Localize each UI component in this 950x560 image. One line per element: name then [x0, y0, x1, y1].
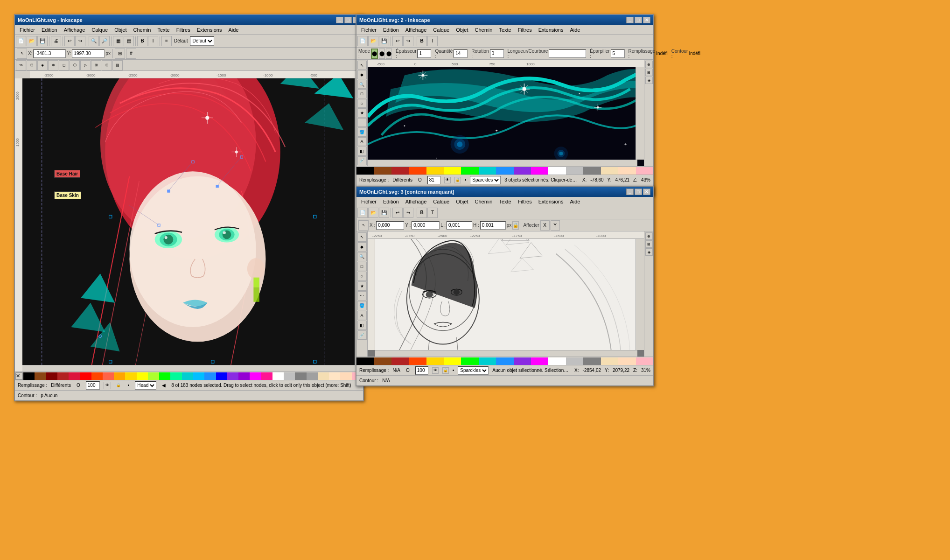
tr-color-orange[interactable]	[409, 167, 426, 175]
br-visibility-icon[interactable]: 👁	[432, 367, 439, 374]
br-menu-filtres[interactable]: Filtres	[515, 198, 535, 205]
snap-tb-btn9[interactable]: ⊟	[102, 60, 112, 70]
tr-color-blue[interactable]	[496, 167, 513, 175]
br-color-black[interactable]	[356, 357, 374, 365]
color-deepskyblue[interactable]	[193, 372, 204, 380]
tr-open[interactable]: 📂	[368, 36, 378, 46]
tr-color-yellow[interactable]	[444, 167, 461, 175]
br-color-gold[interactable]	[426, 357, 444, 365]
snap-tb-btn1[interactable]: %	[16, 60, 26, 70]
tr-color-lime[interactable]	[461, 167, 478, 175]
tr-node-tool[interactable]: ◆	[357, 70, 367, 79]
opacity-input[interactable]	[86, 381, 100, 390]
br-color-palette[interactable]	[356, 357, 653, 365]
menu-edition[interactable]: Edition	[39, 26, 60, 34]
tr-color-black[interactable]	[356, 167, 374, 175]
tr-color-magenta[interactable]	[531, 167, 548, 175]
tr-redo[interactable]: ↪	[403, 36, 413, 46]
undo-button[interactable]: ↩	[64, 36, 75, 46]
color-yellow[interactable]	[137, 372, 148, 380]
br-rect-tool[interactable]: □	[357, 262, 367, 271]
br-color-white[interactable]	[548, 357, 566, 365]
lock-icon[interactable]: 🔒	[115, 382, 122, 389]
br-scrollbar-h[interactable]	[375, 350, 637, 357]
main-color-palette[interactable]	[23, 372, 363, 380]
tr-gradient-tool-btn[interactable]: ◧	[357, 147, 367, 155]
br-fill-tool-btn[interactable]: 🪣	[357, 301, 367, 310]
tr-rotation-input[interactable]	[490, 49, 504, 58]
br-opacity-input[interactable]	[415, 366, 428, 375]
color-deeppink[interactable]	[261, 372, 272, 380]
snap-tb-btn10[interactable]: ▤	[112, 60, 123, 70]
tr-scrollbar-v[interactable]	[636, 67, 644, 160]
color-orangered[interactable]	[91, 372, 103, 380]
color-darkturquoise[interactable]	[182, 372, 193, 380]
tr-star-tool[interactable]: ★	[357, 108, 367, 117]
snap-button[interactable]: ⊞	[115, 49, 125, 59]
tr-menu-objet[interactable]: Objet	[453, 26, 471, 34]
tr-color-silver[interactable]	[566, 167, 583, 175]
br-maximize[interactable]: □	[635, 189, 642, 195]
new-button[interactable]: 📄	[16, 36, 26, 46]
tr-color-gray[interactable]	[583, 167, 601, 175]
zoom-out-button[interactable]: 🔎	[99, 36, 110, 46]
tr-color-red[interactable]	[391, 167, 409, 175]
open-button[interactable]: 📂	[27, 36, 37, 46]
menu-calque[interactable]: Calque	[89, 26, 111, 34]
br-color-peach[interactable]	[618, 357, 636, 365]
group-button[interactable]: ▦	[113, 36, 123, 46]
br-menu-objet[interactable]: Objet	[453, 198, 471, 205]
tr-menu-calque[interactable]: Calque	[430, 26, 452, 34]
tr-close[interactable]: ✕	[643, 17, 650, 23]
br-menu-texte[interactable]: Texte	[496, 198, 514, 205]
br-menu-aide[interactable]: Aide	[567, 198, 583, 205]
br-x-input[interactable]	[376, 221, 404, 230]
layer-select[interactable]: Head	[135, 381, 156, 390]
color-greenyellow[interactable]	[148, 372, 159, 380]
ungroup-button[interactable]: ▤	[124, 36, 134, 46]
tr-layer-select[interactable]: Sparckles	[470, 176, 501, 184]
color-lightgray[interactable]	[307, 372, 318, 380]
br-color-silver[interactable]	[566, 357, 583, 365]
menu-chemin[interactable]: Chemin	[130, 26, 154, 34]
br-arrow-tool[interactable]: ↖	[357, 232, 367, 242]
br-redo[interactable]: ↪	[403, 208, 413, 218]
br-menu-calque[interactable]: Calque	[430, 198, 452, 205]
br-close[interactable]: ✕	[643, 189, 650, 195]
br-color-red[interactable]	[391, 357, 409, 365]
tr-color-brown[interactable]	[374, 167, 391, 175]
br-new[interactable]: 📄	[357, 208, 368, 218]
br-save[interactable]: 💾	[379, 208, 389, 218]
tr-maximize[interactable]: □	[635, 17, 642, 23]
br-bold[interactable]: B	[417, 208, 427, 218]
br-menu-extensions[interactable]: Extensions	[536, 198, 566, 205]
color-firebrick[interactable]	[57, 372, 69, 380]
tr-zoom-tool[interactable]: 🔍	[357, 80, 367, 89]
tr-color-peach[interactable]	[618, 167, 636, 175]
layer-label-skin[interactable]: Base Skin	[54, 191, 81, 199]
tr-circle-tool[interactable]: ○	[357, 99, 367, 108]
br-canvas-wrapper[interactable]: -2250 -2750 -2500 -2250 -1750 -1500 -100…	[368, 231, 644, 357]
minimize-button[interactable]: _	[336, 17, 343, 23]
br-eyedropper-btn[interactable]: 💉	[357, 330, 367, 340]
br-scrollbar-v[interactable]	[636, 239, 644, 350]
tr-color-pink[interactable]	[636, 167, 653, 175]
br-h-input[interactable]	[480, 221, 506, 230]
menu-fichier[interactable]: Fichier	[17, 26, 38, 34]
br-layer-select[interactable]: Sparckles	[458, 366, 489, 375]
tr-scrollbar-h[interactable]	[368, 160, 637, 166]
tr-minimize[interactable]: _	[626, 17, 634, 23]
tr-eparpiller-input[interactable]	[611, 49, 625, 58]
tr-snap2[interactable]: ⊞	[645, 69, 653, 76]
color-maroon[interactable]	[46, 372, 57, 380]
tr-mode-btn3[interactable]: ⬤	[386, 49, 392, 59]
snap-tb-btn8[interactable]: ⊞	[91, 60, 101, 70]
color-silver[interactable]	[284, 372, 295, 380]
color-gold[interactable]	[125, 372, 136, 380]
tr-color-violet[interactable]	[514, 167, 531, 175]
br-menu-fichier[interactable]: Fichier	[358, 198, 379, 205]
tr-rect-tool[interactable]: □	[357, 89, 367, 98]
menu-objet[interactable]: Objet	[112, 26, 129, 34]
br-color-gray[interactable]	[583, 357, 601, 365]
br-text-tool-btn[interactable]: A	[357, 311, 367, 320]
